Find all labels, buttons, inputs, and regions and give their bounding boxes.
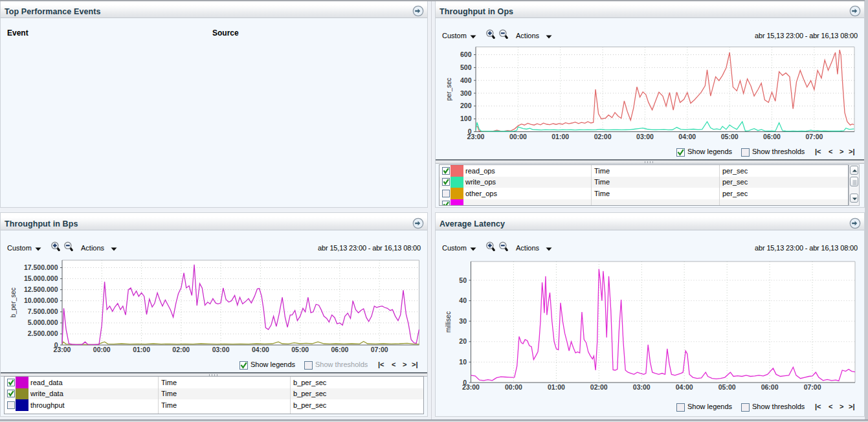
svg-text:23:00: 23:00 (467, 133, 485, 140)
svg-text:03:00: 03:00 (636, 133, 654, 140)
svg-text:500: 500 (460, 63, 472, 71)
svg-text:04:00: 04:00 (678, 133, 696, 140)
svg-text:07:00: 07:00 (805, 133, 823, 140)
svg-text:b_per_sec: b_per_sec (10, 287, 17, 318)
svg-text:03:00: 03:00 (633, 383, 651, 391)
svg-text:04:00: 04:00 (252, 346, 269, 353)
svg-text:05:00: 05:00 (718, 383, 736, 391)
svg-text:10.000.000: 10.000.000 (24, 296, 58, 304)
svg-text:400: 400 (460, 76, 472, 84)
svg-text:200: 200 (460, 102, 472, 109)
svg-text:23:00: 23:00 (54, 346, 71, 353)
svg-text:07:00: 07:00 (371, 346, 388, 353)
svg-text:per_sec: per_sec (445, 78, 452, 101)
svg-text:05:00: 05:00 (721, 133, 739, 140)
svg-text:300: 300 (460, 89, 472, 97)
svg-text:07:00: 07:00 (804, 383, 821, 391)
svg-text:30: 30 (459, 317, 467, 325)
svg-text:00:00: 00:00 (509, 133, 527, 140)
svg-text:10: 10 (459, 358, 467, 366)
svg-text:02:00: 02:00 (594, 133, 612, 140)
svg-text:600: 600 (460, 50, 472, 58)
svg-text:02:00: 02:00 (172, 346, 190, 353)
svg-text:100: 100 (460, 115, 472, 122)
svg-text:millisec: millisec (445, 311, 452, 333)
svg-text:06:00: 06:00 (761, 383, 779, 391)
svg-text:01:00: 01:00 (548, 383, 565, 391)
svg-text:02:00: 02:00 (590, 383, 608, 391)
svg-text:01:00: 01:00 (551, 133, 569, 140)
svg-text:06:00: 06:00 (763, 133, 781, 140)
svg-text:04:00: 04:00 (676, 383, 693, 391)
svg-text:2.500.000: 2.500.000 (28, 329, 58, 337)
svg-text:05:00: 05:00 (291, 346, 309, 353)
svg-text:06:00: 06:00 (331, 346, 348, 353)
svg-text:03:00: 03:00 (212, 346, 230, 353)
svg-text:5.000.000: 5.000.000 (28, 318, 58, 326)
svg-text:01:00: 01:00 (133, 346, 150, 353)
svg-text:23:00: 23:00 (462, 383, 480, 391)
svg-text:12.500.000: 12.500.000 (24, 285, 58, 293)
svg-text:50: 50 (459, 276, 467, 284)
svg-text:00:00: 00:00 (505, 383, 522, 391)
svg-text:00:00: 00:00 (93, 346, 111, 353)
svg-text:7.500.000: 7.500.000 (28, 307, 58, 315)
svg-text:20: 20 (459, 337, 467, 345)
svg-text:17.500.000: 17.500.000 (24, 263, 58, 271)
svg-text:15.000.000: 15.000.000 (24, 274, 58, 282)
svg-text:40: 40 (459, 296, 467, 304)
